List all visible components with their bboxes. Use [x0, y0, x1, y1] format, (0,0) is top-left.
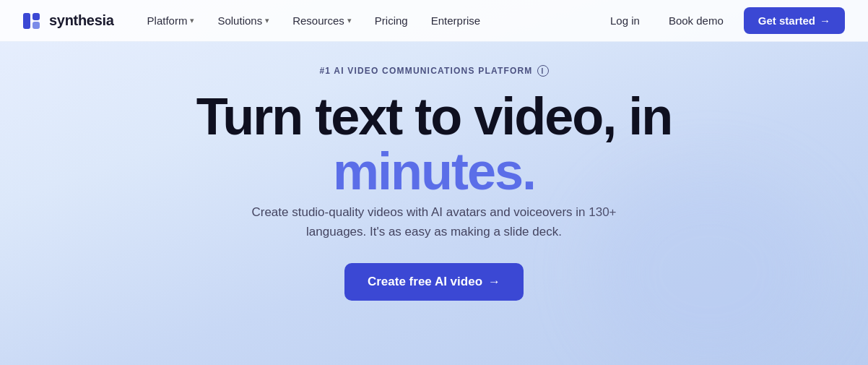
nav-item-resources[interactable]: Resources ▾ — [282, 9, 362, 33]
svg-rect-0 — [23, 13, 30, 29]
hero-subtitle: Create studio-quality videos with AI ava… — [232, 203, 636, 241]
book-demo-button[interactable]: Book demo — [660, 9, 732, 33]
navbar: synthesia Platform ▾ Solutions ▾ Resourc… — [0, 0, 868, 42]
nav-links: Platform ▾ Solutions ▾ Resources ▾ Prici… — [137, 9, 602, 33]
hero-title-highlight: minutes. — [333, 142, 535, 200]
nav-actions: Log in Book demo Get started → — [602, 7, 845, 34]
logo[interactable]: synthesia — [23, 12, 114, 29]
brand-name: synthesia — [49, 12, 114, 29]
svg-rect-1 — [32, 13, 40, 20]
nav-item-solutions[interactable]: Solutions ▾ — [207, 9, 279, 33]
arrow-icon: → — [820, 14, 830, 27]
nav-item-pricing[interactable]: Pricing — [365, 9, 418, 33]
hero-section: #1 AI VIDEO COMMUNICATIONS PLATFORM i Tu… — [0, 42, 868, 301]
info-icon: i — [537, 65, 549, 77]
hero-badge: #1 AI VIDEO COMMUNICATIONS PLATFORM i — [319, 65, 548, 77]
get-started-button[interactable]: Get started → — [744, 7, 845, 34]
chevron-down-icon: ▾ — [190, 16, 194, 25]
logo-icon — [23, 13, 43, 29]
svg-rect-2 — [32, 22, 40, 29]
hero-title: Turn text to video, in minutes. — [196, 90, 672, 199]
nav-item-enterprise[interactable]: Enterprise — [421, 9, 490, 33]
nav-item-platform[interactable]: Platform ▾ — [137, 9, 205, 33]
cta-button[interactable]: Create free AI video → — [344, 263, 524, 301]
chevron-down-icon: ▾ — [347, 16, 352, 25]
arrow-icon: → — [488, 275, 500, 289]
login-button[interactable]: Log in — [602, 9, 648, 33]
chevron-down-icon: ▾ — [265, 16, 269, 25]
